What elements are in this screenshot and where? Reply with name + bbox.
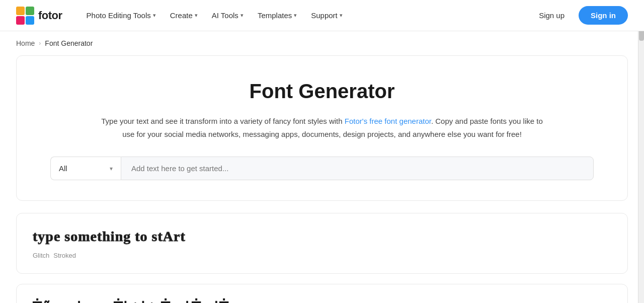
nav-item-support[interactable]: Support ▾ — [305, 7, 349, 24]
sign-up-button[interactable]: Sign up — [533, 7, 571, 24]
hero-description: Type your text and see it transform into… — [96, 115, 548, 140]
logo[interactable]: fotor — [16, 7, 62, 25]
chevron-down-icon: ▾ — [195, 12, 198, 19]
font-tag-stroked: Stroked — [53, 252, 76, 259]
nav-item-photo-editing[interactable]: Photo Editing Tools ▾ — [80, 7, 162, 24]
font-tag-glitch: Glitch — [33, 252, 49, 259]
nav-label-ai-tools: AI Tools — [212, 11, 238, 20]
nav-label-templates: Templates — [258, 11, 292, 20]
scrollbar[interactable] — [638, 0, 644, 303]
header: fotor Photo Editing Tools ▾ Create ▾ AI … — [0, 0, 644, 31]
breadcrumb-separator: › — [39, 40, 41, 47]
filter-input-row: All ▾ — [50, 157, 594, 180]
nav-item-templates[interactable]: Templates ▾ — [252, 7, 303, 24]
chevron-down-icon: ▾ — [110, 165, 113, 172]
chevron-down-icon: ▾ — [153, 12, 156, 19]
nav-label-support: Support — [311, 11, 338, 20]
sign-in-button[interactable]: Sign in — [579, 6, 628, 25]
fotor-logo-icon — [16, 7, 34, 25]
hero-card: Font Generator Type your text and see it… — [16, 55, 628, 201]
main-nav: Photo Editing Tools ▾ Create ▾ AI Tools … — [80, 7, 533, 24]
svg-rect-2 — [16, 16, 25, 25]
font-card: type something to stArt Glitch Stroked — [16, 213, 628, 274]
nav-item-create[interactable]: Create ▾ — [164, 7, 204, 24]
nav-label-photo-editing: Photo Editing Tools — [87, 11, 151, 20]
font-preview-text: type something to stArt — [33, 228, 611, 246]
chevron-down-icon: ▾ — [340, 12, 343, 19]
font-preview-text: Ṫỹpẹ ṡomẹṪḥiṅġ Ṫo ṡṪAṙṪ — [33, 298, 611, 303]
font-tags: Glitch Stroked — [33, 252, 611, 259]
hero-highlight-text: Fotor's free font generator — [345, 117, 431, 125]
chevron-down-icon: ▾ — [240, 12, 244, 19]
svg-rect-1 — [26, 7, 34, 15]
breadcrumb-home[interactable]: Home — [16, 39, 35, 47]
category-dropdown[interactable]: All ▾ — [50, 157, 121, 180]
header-actions: Sign up Sign in — [533, 6, 628, 25]
main-content: Font Generator Type your text and see it… — [0, 55, 644, 303]
breadcrumb-current: Font Generator — [45, 39, 93, 47]
brand-name: fotor — [38, 9, 62, 22]
nav-label-create: Create — [170, 11, 193, 20]
category-value: All — [59, 164, 67, 173]
breadcrumb: Home › Font Generator — [0, 31, 644, 55]
chevron-down-icon: ▾ — [294, 12, 297, 19]
page-title: Font Generator — [37, 80, 607, 103]
svg-rect-0 — [16, 7, 25, 15]
svg-rect-3 — [26, 16, 34, 25]
font-card: Ṫỹpẹ ṡomẹṪḥiṅġ Ṫo ṡṪAṙṪ Glitch Hebrew — [16, 284, 628, 303]
font-text-input[interactable] — [121, 157, 594, 180]
nav-item-ai-tools[interactable]: AI Tools ▾ — [206, 7, 250, 24]
